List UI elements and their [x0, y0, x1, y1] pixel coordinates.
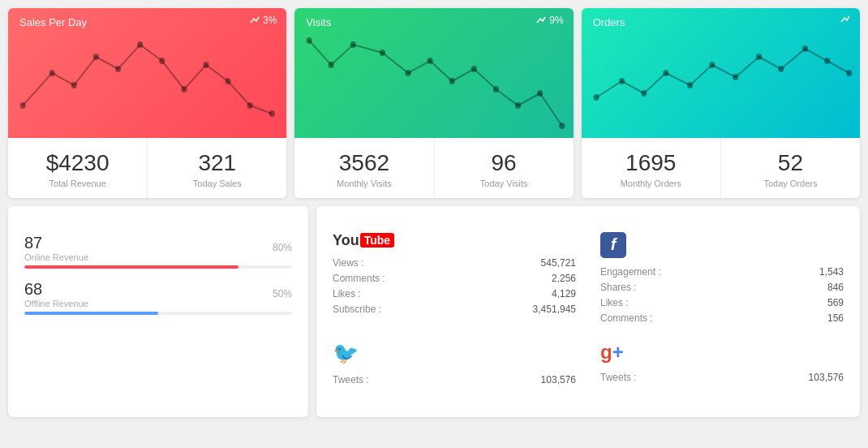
- social-stat-row: Views : 545,721: [333, 257, 576, 269]
- chart-badge-visits: 9%: [536, 15, 563, 26]
- stat-num-today-sales: 321Today Sales: [148, 138, 286, 198]
- youtube-logo: YouTube: [333, 232, 394, 249]
- svg-point-20: [493, 86, 499, 93]
- svg-point-13: [329, 62, 334, 68]
- social-stats-facebook: Engagement : 1,543 Shares : 846 Likes : …: [600, 266, 844, 324]
- chart-label-sales: Sales Per Day: [19, 16, 87, 28]
- chart-area-visits: Visits 9%: [294, 8, 573, 138]
- svg-point-5: [137, 41, 143, 48]
- svg-point-15: [380, 50, 385, 56]
- social-stat-label: Tweets :: [600, 372, 637, 383]
- svg-point-26: [641, 90, 647, 97]
- svg-point-10: [247, 102, 253, 109]
- svg-point-23: [559, 123, 565, 129]
- dashboard: Sales Per Day 3%$4230Total Revenue321Tod…: [0, 0, 868, 425]
- stat-num-total-revenue: $4230Total Revenue: [8, 138, 148, 198]
- svg-point-17: [428, 58, 433, 64]
- stat-label: Today Sales: [156, 179, 278, 188]
- social-section-googleplus: g+ Tweets : 103,576: [600, 341, 844, 390]
- svg-point-27: [663, 70, 668, 76]
- chart-badge-sales: 3%: [250, 15, 277, 26]
- social-stat-row: Comments : 2,256: [333, 273, 576, 284]
- svg-point-35: [846, 70, 852, 76]
- stat-card-visits: Visits 9%3562Monthly Visits96Today Visit…: [294, 8, 573, 198]
- social-logo-googleplus: g+: [600, 341, 844, 364]
- social-stat-label: Tweets :: [333, 374, 369, 386]
- bottom-row: 87 Online Revenue 80% 68 Offline Revenue…: [8, 206, 860, 417]
- social-stat-label: Engagement :: [600, 266, 661, 278]
- stat-value: 3562: [303, 149, 425, 177]
- stat-num-today-visits: 96Today Visits: [435, 138, 574, 198]
- social-stat-row: Comments : 156: [600, 312, 844, 324]
- stat-label: Monthly Visits: [303, 179, 425, 188]
- stat-label: Today Orders: [729, 179, 852, 188]
- social-stat-value: 103,576: [809, 372, 844, 383]
- svg-point-3: [93, 54, 99, 60]
- revenue-value: 87: [24, 234, 88, 252]
- svg-point-18: [449, 78, 455, 84]
- chart-svg-visits: [294, 8, 573, 138]
- svg-point-25: [619, 78, 625, 84]
- social-stats-youtube: Views : 545,721 Comments : 2,256 Likes :…: [333, 257, 576, 315]
- stat-value: 321: [156, 149, 278, 177]
- stat-value: 96: [443, 149, 565, 177]
- chart-label-orders: Orders: [593, 16, 625, 28]
- chart-label-visits: Visits: [306, 16, 331, 28]
- social-stat-row: Likes : 4,129: [333, 288, 576, 299]
- svg-point-28: [687, 82, 693, 88]
- svg-point-19: [471, 66, 477, 72]
- stat-num-today-orders: 52Today Orders: [721, 138, 860, 198]
- revenue-label: Offline Revenue: [24, 299, 88, 308]
- social-stat-label: Likes :: [333, 288, 361, 299]
- stat-nums-visits: 3562Monthly Visits96Today Visits: [294, 138, 573, 198]
- chart-badge-orders: [840, 15, 850, 24]
- social-logo-facebook: f: [600, 232, 844, 258]
- social-stat-label: Likes :: [600, 297, 629, 308]
- revenue-value: 68: [24, 280, 88, 299]
- social-stat-value: 545,721: [541, 257, 576, 269]
- social-stat-value: 156: [827, 312, 844, 324]
- svg-point-29: [709, 62, 715, 68]
- social-stat-row: Likes : 569: [600, 297, 844, 308]
- svg-point-33: [802, 45, 808, 52]
- svg-point-12: [307, 37, 312, 44]
- svg-point-1: [49, 70, 55, 76]
- social-stat-row: Tweets : 103,576: [333, 374, 576, 386]
- social-section-facebook: f Engagement : 1,543 Shares : 846 Likes …: [600, 232, 844, 328]
- social-section-twitter: 🐦 Tweets : 103,576: [333, 341, 576, 390]
- svg-point-32: [778, 66, 784, 72]
- svg-point-24: [593, 94, 599, 101]
- social-stat-value: 1,543: [819, 266, 844, 278]
- svg-point-7: [181, 86, 187, 93]
- revenue-items: 87 Online Revenue 80% 68 Offline Revenue…: [24, 234, 292, 315]
- social-logo-twitter: 🐦: [333, 341, 576, 366]
- svg-point-11: [269, 110, 275, 117]
- revenue-header: 87 Online Revenue 80%: [24, 234, 292, 262]
- social-stat-row: Shares : 846: [600, 282, 844, 293]
- stat-nums-orders: 1695Monthly Orders52Today Orders: [582, 138, 860, 198]
- svg-point-0: [19, 102, 25, 109]
- social-stat-value: 569: [827, 297, 844, 308]
- stat-value: 52: [729, 149, 852, 177]
- svg-point-9: [225, 78, 230, 84]
- social-stat-value: 103,576: [541, 374, 576, 386]
- social-stat-value: 2,256: [552, 273, 576, 284]
- stat-card-sales: Sales Per Day 3%$4230Total Revenue321Tod…: [8, 8, 286, 198]
- revenue-pct: 50%: [273, 288, 292, 299]
- social-stat-label: Shares :: [600, 282, 637, 293]
- stat-num-monthly-orders: 1695Monthly Orders: [582, 138, 721, 198]
- social-stat-label: Comments :: [333, 273, 385, 284]
- revenue-item-online-revenue: 87 Online Revenue 80%: [24, 234, 292, 269]
- social-stat-row: Engagement : 1,543: [600, 266, 844, 278]
- svg-point-22: [537, 90, 543, 97]
- social-stat-row: Subscribe : 3,451,945: [333, 304, 576, 315]
- svg-point-2: [71, 82, 77, 88]
- stat-nums-sales: $4230Total Revenue321Today Sales: [8, 138, 286, 198]
- social-stat-value: 3,451,945: [533, 304, 576, 315]
- revenue-label: Online Revenue: [24, 252, 88, 262]
- stat-value: 1695: [590, 149, 712, 177]
- svg-point-14: [350, 41, 356, 48]
- svg-point-21: [515, 102, 521, 109]
- svg-point-31: [756, 54, 762, 60]
- social-stat-label: Views :: [333, 257, 363, 269]
